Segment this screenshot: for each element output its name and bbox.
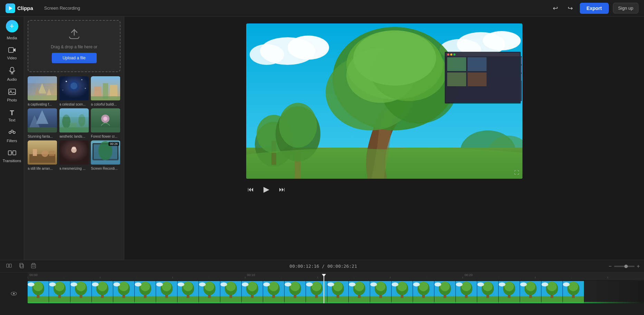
svg-rect-94 [521, 74, 522, 81]
svg-point-279 [541, 282, 548, 286]
svg-point-182 [205, 282, 214, 291]
svg-point-23 [81, 79, 82, 80]
sidebar-item-video-label: Video [7, 56, 17, 60]
media-item[interactable]: a captivating f... [28, 76, 57, 106]
svg-point-267 [499, 282, 506, 286]
signup-button[interactable]: Sign up [613, 3, 638, 13]
svg-point-164 [141, 282, 150, 291]
media-caption: aesthetic lands... [59, 135, 89, 138]
svg-rect-99 [7, 264, 9, 267]
svg-point-146 [76, 282, 86, 291]
app-logo [6, 3, 15, 13]
svg-point-237 [392, 282, 398, 286]
media-item[interactable]: Forest flower cr... [91, 108, 121, 138]
media-item[interactable]: a still life arran... [28, 140, 57, 170]
add-media-button[interactable]: + [6, 20, 18, 32]
zoom-slider[interactable] [614, 266, 635, 267]
duration-badge: 00:26 [108, 142, 119, 146]
svg-point-171 [156, 282, 163, 286]
media-item[interactable]: 00:26 Screen Recordi... [91, 140, 121, 170]
svg-point-183 [199, 282, 206, 286]
svg-point-273 [520, 282, 527, 286]
redo-button[interactable]: ↪ [565, 3, 576, 13]
sidebar-item-audio[interactable]: Audio [2, 64, 22, 84]
sidebar-item-audio-label: Audio [7, 77, 17, 81]
undo-button[interactable]: ↩ [550, 3, 561, 13]
media-caption: Forest flower cr... [91, 135, 121, 138]
svg-rect-18 [28, 76, 57, 83]
svg-point-255 [456, 282, 463, 286]
svg-point-224 [355, 282, 364, 291]
preview-container: ⛶ [246, 23, 522, 179]
sidebar-item-video[interactable]: Video [2, 44, 22, 63]
sidebar-item-transitions-label: Transitions [3, 159, 21, 163]
svg-point-90 [453, 53, 455, 56]
upload-zone[interactable]: Drag & drop a file here or Upload a file [28, 20, 121, 72]
svg-rect-87 [446, 53, 520, 56]
sidebar-item-text-label: Text [8, 118, 15, 122]
skip-forward-button[interactable]: ⏭ [278, 185, 287, 195]
svg-point-64 [483, 31, 521, 50]
zoom-in-button[interactable]: + [637, 263, 640, 269]
app-name: Clippa [17, 5, 33, 11]
timeline-ruler: 00:00 00:10 00:20 [28, 273, 644, 279]
svg-point-170 [162, 282, 172, 291]
logo-area: Clippa [6, 3, 33, 13]
media-item[interactable]: aesthetic lands... [59, 108, 89, 138]
media-caption: a still life arran... [28, 167, 57, 170]
copy-button[interactable] [17, 262, 26, 270]
svg-point-213 [306, 282, 313, 286]
sidebar-item-filters-label: Filters [7, 139, 17, 143]
sidebar-item-transitions[interactable]: Transitions [2, 147, 22, 166]
sidebar-item-photo[interactable]: Photo [2, 86, 22, 105]
split-button[interactable] [4, 262, 14, 270]
media-caption: a mesmerizing ... [59, 167, 89, 170]
svg-marker-0 [9, 6, 12, 10]
timeline-area: 00:00:12:16 / 00:00:26:21 − + 00:00 [0, 260, 644, 315]
skip-back-button[interactable]: ⏮ [246, 185, 255, 195]
svg-point-153 [92, 282, 99, 286]
media-item[interactable]: a celestial scen... [59, 76, 89, 106]
sidebar-item-filters[interactable]: Filters [2, 126, 22, 146]
media-item[interactable]: Stunning fanta... [28, 108, 57, 138]
svg-point-272 [526, 282, 536, 291]
svg-point-188 [226, 282, 236, 291]
sidebar-item-text[interactable]: T Text [2, 106, 22, 125]
svg-point-7 [9, 131, 11, 134]
upload-file-button[interactable]: Upload a file [52, 53, 97, 63]
svg-point-225 [349, 282, 356, 286]
svg-point-159 [113, 282, 120, 286]
export-button[interactable]: Export [580, 3, 609, 14]
svg-point-25 [85, 88, 86, 89]
track-content[interactable]: // Will be rendered by JS below [28, 281, 644, 303]
svg-point-134 [33, 282, 43, 291]
delete-button[interactable] [29, 262, 38, 270]
add-media-label: Media [7, 36, 17, 40]
track-controls [0, 273, 28, 315]
svg-point-206 [290, 282, 300, 291]
svg-point-61 [288, 36, 329, 60]
svg-rect-98 [468, 72, 487, 86]
playback-controls: ⏮ ▶ ⏭ [246, 184, 522, 195]
svg-point-231 [370, 282, 377, 286]
svg-rect-5 [9, 89, 16, 95]
svg-point-230 [376, 282, 386, 291]
main-content: + Media Video Audio Photo T Text [0, 17, 644, 260]
zoom-out-button[interactable]: − [608, 263, 612, 269]
svg-rect-40 [59, 108, 89, 117]
track-visibility-button[interactable] [11, 291, 17, 297]
svg-point-284 [569, 282, 578, 291]
play-button[interactable]: ▶ [262, 184, 271, 195]
preview-wrapper: ⛶ ⏮ ▶ ⏭ [246, 23, 522, 179]
media-caption: a celestial scen... [59, 102, 89, 106]
svg-rect-100 [9, 264, 11, 267]
svg-point-84 [279, 103, 317, 148]
svg-point-195 [242, 282, 249, 286]
svg-point-219 [327, 282, 334, 286]
media-item[interactable]: a colorful buildi... [91, 76, 121, 106]
svg-point-260 [483, 282, 493, 291]
media-item[interactable]: a mesmerizing ... [59, 140, 89, 170]
svg-point-194 [248, 282, 257, 291]
fullscreen-button[interactable]: ⛶ [514, 170, 519, 175]
sidebar: + Media Video Audio Photo T Text [0, 17, 24, 260]
